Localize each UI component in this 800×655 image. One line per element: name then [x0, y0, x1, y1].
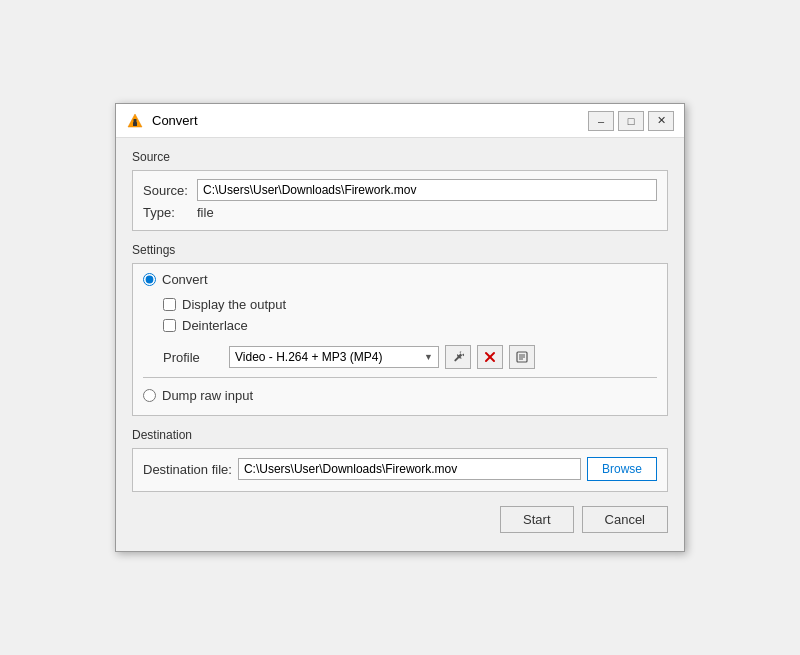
destination-file-row: Destination file: Browse: [143, 457, 657, 481]
minimize-button[interactable]: –: [588, 111, 614, 131]
window-title: Convert: [152, 113, 198, 128]
settings-box: Convert Display the output Deinterlace P…: [132, 263, 668, 416]
title-bar: Convert – □ ✕: [116, 104, 684, 138]
footer-buttons: Start Cancel: [132, 506, 668, 537]
cancel-button[interactable]: Cancel: [582, 506, 668, 533]
convert-dialog: Convert – □ ✕ Source Source: Type: file: [115, 103, 685, 552]
profile-edit-button[interactable]: [445, 345, 471, 369]
convert-radio-label: Convert: [162, 272, 208, 287]
profile-delete-button[interactable]: [477, 345, 503, 369]
type-row: Type: file: [143, 205, 657, 220]
delete-icon: [483, 350, 497, 364]
convert-radio[interactable]: [143, 273, 156, 286]
profile-select-wrapper: Video - H.264 + MP3 (MP4) Video - H.265 …: [229, 346, 439, 368]
convert-radio-row: Convert: [143, 272, 657, 287]
display-output-checkbox[interactable]: [163, 298, 176, 311]
dump-raw-radio[interactable]: [143, 389, 156, 402]
vlc-icon: [126, 112, 144, 130]
source-box: Source: Type: file: [132, 170, 668, 231]
type-value: file: [197, 205, 214, 220]
profile-new-button[interactable]: [509, 345, 535, 369]
settings-divider: [143, 377, 657, 378]
settings-section: Settings Convert Display the output Dein…: [132, 243, 668, 416]
display-output-label: Display the output: [182, 297, 286, 312]
deinterlace-checkbox[interactable]: [163, 319, 176, 332]
profile-row: Profile Video - H.264 + MP3 (MP4) Video …: [163, 345, 657, 369]
profile-select[interactable]: Video - H.264 + MP3 (MP4) Video - H.265 …: [229, 346, 439, 368]
destination-section-label: Destination: [132, 428, 668, 442]
start-button[interactable]: Start: [500, 506, 573, 533]
wrench-icon: [451, 350, 465, 364]
display-output-row: Display the output: [163, 297, 657, 312]
title-bar-left: Convert: [126, 112, 198, 130]
destination-box: Destination file: Browse: [132, 448, 668, 492]
source-label: Source:: [143, 183, 191, 198]
destination-section: Destination Destination file: Browse: [132, 428, 668, 492]
close-button[interactable]: ✕: [648, 111, 674, 131]
list-icon: [515, 350, 529, 364]
svg-rect-1: [133, 122, 137, 126]
profile-label: Profile: [163, 350, 223, 365]
source-input[interactable]: [197, 179, 657, 201]
dump-raw-radio-row: Dump raw input: [143, 388, 657, 403]
browse-button[interactable]: Browse: [587, 457, 657, 481]
svg-rect-2: [134, 119, 137, 122]
destination-file-label: Destination file:: [143, 462, 232, 477]
destination-input[interactable]: [238, 458, 581, 480]
source-file-row: Source:: [143, 179, 657, 201]
dialog-content: Source Source: Type: file Settings Conve: [116, 138, 684, 551]
type-label: Type:: [143, 205, 191, 220]
deinterlace-row: Deinterlace: [163, 318, 657, 333]
maximize-button[interactable]: □: [618, 111, 644, 131]
dump-raw-label: Dump raw input: [162, 388, 253, 403]
deinterlace-label: Deinterlace: [182, 318, 248, 333]
title-bar-controls: – □ ✕: [588, 111, 674, 131]
settings-section-label: Settings: [132, 243, 668, 257]
source-section: Source Source: Type: file: [132, 150, 668, 231]
source-section-label: Source: [132, 150, 668, 164]
